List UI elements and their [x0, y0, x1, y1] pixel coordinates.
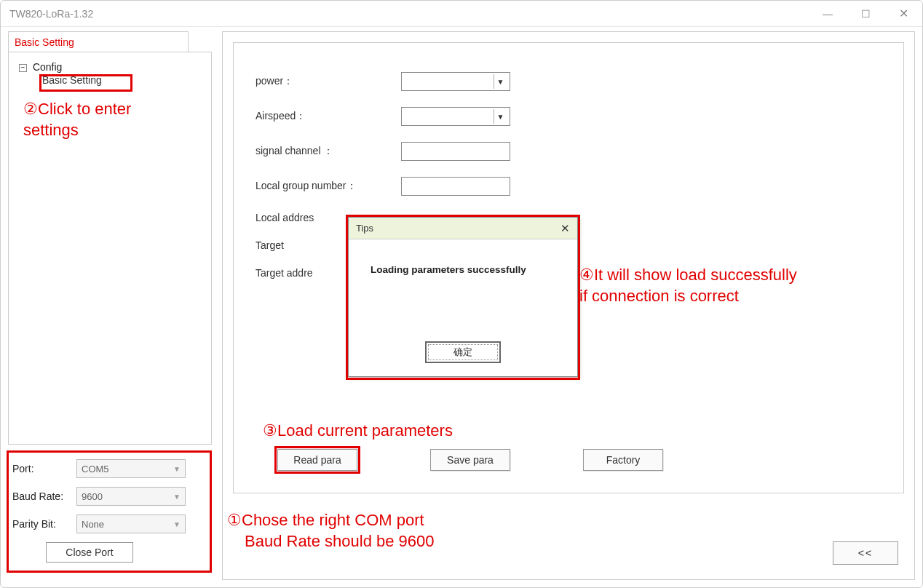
tree-root-label: Config — [33, 61, 62, 73]
tab-basic-setting[interactable]: Basic Setting — [8, 31, 189, 52]
close-port-label: Close Port — [66, 547, 113, 558]
chevron-down-icon: ▼ — [494, 74, 507, 89]
read-para-button[interactable]: Read para — [277, 449, 357, 471]
tab-label: Basic Setting — [15, 36, 74, 48]
baud-label: Baud Rate: — [12, 490, 76, 502]
local-group-label: Local group number： — [255, 180, 401, 193]
port-select[interactable]: COM5 ▼ — [76, 459, 186, 478]
tree-collapse-icon[interactable]: − — [19, 64, 27, 72]
port-value: COM5 — [82, 464, 109, 474]
airspeed-select[interactable]: ▼ — [401, 107, 510, 126]
tree-root[interactable]: − Config — [19, 61, 205, 73]
maximize-button[interactable]: ☐ — [847, 1, 884, 26]
dialog-ok-button[interactable]: 确定 — [425, 341, 501, 363]
signal-channel-input[interactable] — [401, 142, 510, 161]
chevron-down-icon: ▼ — [173, 493, 181, 501]
chevron-down-icon: ▼ — [173, 520, 181, 528]
port-label: Port: — [12, 463, 76, 474]
dialog-ok-label: 确定 — [453, 346, 472, 359]
action-buttons: Read para Save para Factory — [277, 449, 663, 471]
parity-value: None — [82, 519, 104, 530]
dialog-title: Tips — [356, 223, 373, 234]
annotation-text-2: ②Click to enter settings — [23, 99, 183, 140]
chevron-down-icon: ▼ — [173, 465, 181, 473]
app-window: TW820-LoRa-1.32 — ☐ ✕ Basic Setting − Co… — [0, 0, 923, 588]
factory-button[interactable]: Factory — [583, 449, 663, 471]
dialog-close-button[interactable]: ✕ — [560, 222, 570, 235]
annotation-text-3: ③Load current parameters — [263, 421, 453, 442]
window-controls: — ☐ ✕ — [809, 1, 922, 26]
signal-channel-label: signal channel ： — [255, 145, 401, 158]
tree-panel: − Config Basic Setting ②Click to enter s… — [8, 52, 212, 445]
parity-label: Parity Bit: — [12, 518, 76, 530]
port-panel: Port: COM5 ▼ Baud Rate: 9600 ▼ Parity Bi… — [8, 452, 212, 568]
power-label: power： — [255, 75, 401, 88]
save-para-label: Save para — [447, 454, 494, 466]
dialog-titlebar: Tips ✕ — [349, 218, 577, 239]
baud-select[interactable]: 9600 ▼ — [76, 487, 186, 506]
tree-item-basic-setting[interactable]: Basic Setting — [42, 74, 205, 86]
baud-value: 9600 — [82, 491, 103, 502]
save-para-button[interactable]: Save para — [430, 449, 510, 471]
factory-label: Factory — [606, 454, 641, 466]
dialog-message: Loading parameters successfully — [349, 239, 577, 290]
tree-child-label: Basic Setting — [42, 74, 102, 86]
local-group-input[interactable] — [401, 177, 510, 196]
read-para-label: Read para — [293, 454, 341, 466]
window-title: TW820-LoRa-1.32 — [9, 8, 93, 20]
titlebar: TW820-LoRa-1.32 — ☐ ✕ — [1, 1, 922, 27]
minimize-button[interactable]: — — [809, 1, 847, 26]
left-panel: Basic Setting − Config Basic Setting ②Cl… — [8, 31, 212, 580]
tips-dialog: Tips ✕ Loading parameters successfully 确… — [348, 217, 578, 377]
close-port-button[interactable]: Close Port — [46, 542, 133, 563]
parity-select[interactable]: None ▼ — [76, 514, 186, 533]
airspeed-label: Airspeed： — [255, 110, 401, 123]
collapse-button[interactable]: << — [833, 541, 898, 565]
power-select[interactable]: ▼ — [401, 72, 510, 91]
collapse-label: << — [858, 547, 873, 559]
close-button[interactable]: ✕ — [884, 1, 922, 26]
chevron-down-icon: ▼ — [494, 109, 507, 124]
